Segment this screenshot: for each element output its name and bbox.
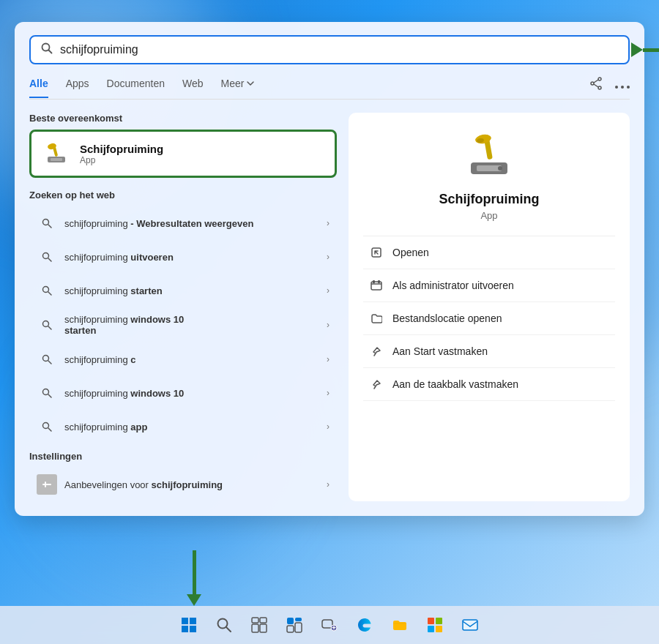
search-input[interactable]	[60, 43, 618, 56]
taskbar-explorer-button[interactable]	[385, 610, 414, 640]
svg-point-7	[615, 86, 618, 89]
list-item[interactable]: schijfopruiming uitvoeren ›	[29, 240, 337, 274]
chevron-right-icon: ›	[327, 388, 330, 398]
app-preview-name: Schijfopruiming	[439, 192, 540, 207]
chevron-right-icon: ›	[327, 320, 330, 330]
taskbar-taskview-button[interactable]	[245, 610, 274, 640]
svg-rect-43	[190, 626, 196, 632]
svg-point-3	[598, 86, 601, 89]
svg-rect-53	[295, 623, 302, 632]
share-icon[interactable]	[589, 76, 603, 94]
svg-rect-41	[190, 618, 196, 624]
action-file-location[interactable]: Bestandslocatie openen	[363, 302, 615, 335]
svg-point-14	[43, 220, 49, 225]
search-icon-small	[37, 280, 57, 301]
svg-point-22	[43, 356, 49, 362]
action-list: Openen Als administrator uitvoeren	[363, 236, 615, 401]
list-item[interactable]: schijfopruiming starten ›	[29, 274, 337, 307]
taskbar-chat-button[interactable]	[315, 610, 344, 640]
settings-app-icon	[37, 474, 57, 495]
svg-point-9	[627, 86, 630, 89]
svg-rect-58	[428, 626, 434, 632]
svg-line-19	[48, 292, 51, 295]
list-item[interactable]: schijfopruiming windows 10starten ›	[29, 307, 337, 342]
svg-rect-42	[182, 626, 188, 632]
taskbar-search-button[interactable]	[209, 610, 239, 640]
folder-icon	[369, 311, 384, 326]
web-search-title: Zoeken op het web	[29, 190, 337, 201]
search-overlay: Alle Apps Documenten Web Meer	[15, 22, 644, 516]
item-text: schijfopruiming - Webresultaten weergeve…	[64, 218, 327, 229]
svg-rect-28	[42, 484, 51, 485]
search-icon	[41, 42, 53, 57]
list-item[interactable]: schijfopruiming app ›	[29, 410, 337, 443]
best-match-item[interactable]: Schijfopruiming App	[29, 130, 337, 178]
right-panel: Schijfopruiming App Openen	[349, 113, 630, 501]
svg-rect-47	[260, 618, 267, 623]
svg-rect-11	[51, 158, 62, 161]
pin-taskbar-icon	[369, 377, 384, 392]
taskbar-store-button[interactable]	[420, 610, 450, 640]
search-icon-small	[37, 315, 57, 335]
taskbar-edge-button[interactable]	[350, 610, 379, 640]
tab-documenten[interactable]: Documenten	[107, 78, 165, 94]
more-options-icon[interactable]	[615, 78, 630, 93]
action-label: Aan de taakbalk vastmaken	[392, 378, 518, 390]
action-label: Aan Start vastmaken	[392, 345, 488, 357]
svg-line-5	[594, 80, 598, 83]
best-match-title: Beste overeenkomst	[29, 113, 337, 124]
open-icon	[369, 245, 384, 260]
action-label: Bestandslocatie openen	[392, 312, 502, 324]
best-match-text: Schijfopruiming App	[80, 143, 163, 165]
tab-alle[interactable]: Alle	[29, 78, 48, 94]
app-icon-disk	[43, 141, 70, 167]
svg-rect-59	[436, 626, 442, 632]
action-pin-start[interactable]: Aan Start vastmaken	[363, 335, 615, 368]
app-type: App	[80, 155, 163, 165]
svg-rect-38	[373, 280, 375, 283]
main-content: Beste overeenkomst Schijfopruiming	[29, 113, 630, 501]
svg-line-6	[594, 84, 598, 87]
search-bar	[29, 35, 630, 64]
svg-line-23	[48, 361, 51, 364]
list-item[interactable]: schijfopruiming c ›	[29, 342, 337, 376]
item-text: schijfopruiming uitvoeren	[64, 252, 327, 263]
list-item[interactable]: schijfopruiming - Webresultaten weergeve…	[29, 206, 337, 240]
svg-point-24	[43, 389, 49, 395]
chevron-right-icon: ›	[327, 218, 330, 228]
settings-item-text: Aanbevelingen voor schijfopruiming	[64, 479, 327, 490]
list-item[interactable]: schijfopruiming windows 10 ›	[29, 376, 337, 410]
item-text: schijfopruiming windows 10starten	[64, 314, 327, 336]
settings-item[interactable]: Aanbevelingen voor schijfopruiming ›	[29, 468, 337, 501]
svg-rect-39	[378, 280, 380, 283]
action-label: Openen	[392, 247, 429, 258]
taskbar-mail-button[interactable]	[455, 610, 485, 640]
taskbar-widgets-button[interactable]	[280, 610, 309, 640]
action-open[interactable]: Openen	[363, 236, 615, 269]
search-icon-small	[37, 247, 57, 267]
svg-line-21	[48, 326, 51, 329]
app-preview-icon	[463, 130, 515, 181]
svg-line-17	[48, 258, 51, 261]
svg-rect-52	[287, 626, 294, 632]
tab-apps[interactable]: Apps	[66, 78, 89, 94]
taskbar-start-button[interactable]	[174, 610, 204, 640]
svg-rect-40	[182, 618, 188, 624]
svg-rect-31	[477, 165, 502, 171]
svg-rect-46	[252, 618, 258, 623]
chevron-right-icon: ›	[327, 422, 330, 432]
search-icon-small	[37, 349, 57, 370]
tab-meer[interactable]: Meer	[221, 78, 256, 94]
settings-title: Instellingen	[29, 451, 337, 462]
chevron-right-icon: ›	[327, 285, 330, 296]
svg-point-26	[43, 423, 49, 429]
search-icon-small	[37, 416, 57, 437]
svg-rect-50	[287, 618, 294, 624]
action-pin-taskbar[interactable]: Aan de taakbalk vastmaken	[363, 368, 615, 401]
item-text: schijfopruiming app	[64, 422, 327, 433]
svg-rect-49	[260, 624, 267, 632]
action-admin[interactable]: Als administrator uitvoeren	[363, 269, 615, 302]
chevron-right-icon: ›	[327, 354, 330, 364]
tabs-bar: Alle Apps Documenten Web Meer	[29, 76, 630, 100]
tab-web[interactable]: Web	[182, 78, 204, 94]
